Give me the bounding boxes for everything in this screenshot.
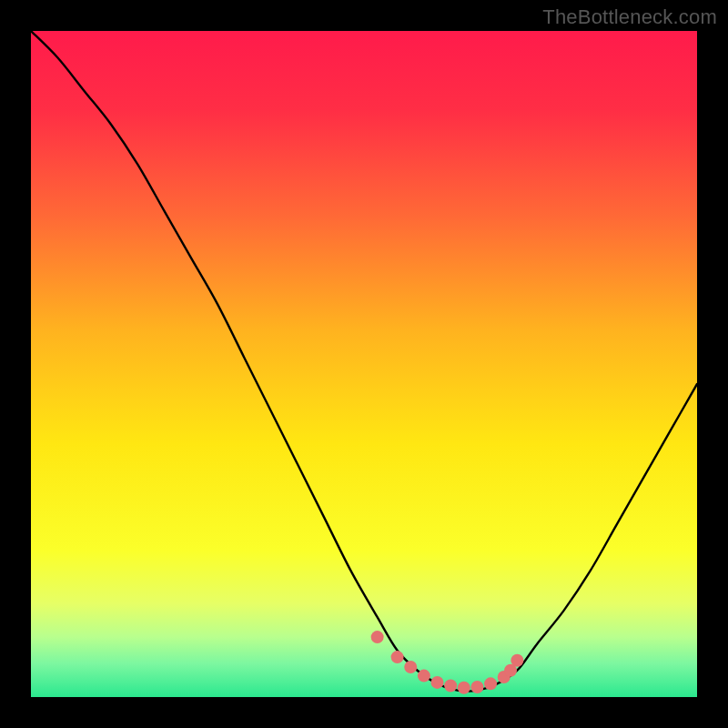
bottleneck-curve xyxy=(31,31,697,692)
highlight-dot xyxy=(391,651,404,663)
highlight-dot xyxy=(484,677,497,690)
highlight-dot xyxy=(458,682,470,694)
chart-frame: TheBottleneck.com xyxy=(0,0,728,728)
highlight-dot xyxy=(371,631,384,643)
watermark-text: TheBottleneck.com xyxy=(542,5,717,29)
curve-layer xyxy=(31,31,697,697)
highlight-dot xyxy=(470,681,483,693)
highlight-dot xyxy=(511,654,523,667)
highlight-dot xyxy=(418,670,430,682)
highlight-dot xyxy=(431,676,444,689)
plot-area xyxy=(31,31,697,697)
highlight-dot xyxy=(444,680,457,693)
recommended-range-dots xyxy=(371,631,524,694)
highlight-dot xyxy=(404,661,417,673)
